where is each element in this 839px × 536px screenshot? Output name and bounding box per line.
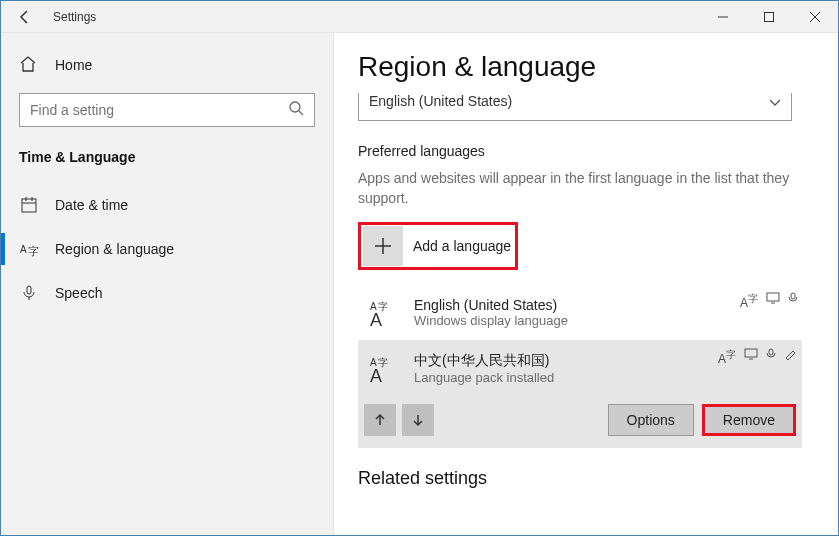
- svg-text:A: A: [370, 310, 382, 328]
- language-controls: Options Remove: [358, 396, 802, 448]
- options-button[interactable]: Options: [608, 404, 694, 436]
- language-sub: Language pack installed: [414, 370, 554, 385]
- maximize-button[interactable]: [746, 1, 792, 33]
- svg-rect-19: [791, 293, 795, 299]
- move-down-button[interactable]: [402, 404, 434, 436]
- home-icon: [19, 55, 39, 76]
- svg-line-3: [299, 111, 303, 115]
- speech-icon: [766, 348, 776, 366]
- related-settings-heading: Related settings: [358, 468, 810, 489]
- text-to-speech-icon: A字: [718, 348, 736, 366]
- language-name: English (United States): [414, 297, 568, 313]
- dropdown-value: English (United States): [369, 93, 512, 109]
- search-icon: [288, 100, 304, 120]
- close-button[interactable]: [792, 1, 838, 33]
- remove-button[interactable]: Remove: [702, 404, 796, 436]
- svg-rect-4: [22, 199, 36, 212]
- feature-icons: A字: [740, 292, 798, 310]
- section-title: Time & Language: [19, 149, 315, 165]
- home-label: Home: [55, 57, 92, 73]
- svg-rect-25: [769, 349, 773, 355]
- back-button[interactable]: [1, 9, 49, 25]
- microphone-icon: [19, 284, 39, 302]
- handwriting-icon: [784, 348, 798, 366]
- home-nav[interactable]: Home: [19, 47, 315, 83]
- svg-text:A: A: [20, 244, 27, 255]
- preferred-heading: Preferred languages: [358, 143, 810, 159]
- nav-speech[interactable]: Speech: [19, 271, 315, 315]
- titlebar: Settings: [1, 1, 838, 33]
- svg-rect-17: [767, 293, 779, 301]
- search-box[interactable]: [19, 93, 315, 127]
- language-glyph-icon: A字A: [364, 348, 404, 388]
- nav-label: Speech: [55, 285, 102, 301]
- display-language-dropdown[interactable]: English (United States): [358, 93, 792, 121]
- display-icon: [766, 292, 780, 310]
- sidebar: Home Time & Language Date & time A字 Regi…: [1, 33, 334, 535]
- language-item-chinese[interactable]: A字A 中文(中华人民共和国) Language pack installed …: [358, 340, 802, 396]
- page-heading: Region & language: [358, 51, 810, 83]
- svg-rect-10: [27, 286, 31, 294]
- move-up-button[interactable]: [364, 404, 396, 436]
- search-input[interactable]: [30, 102, 288, 118]
- svg-text:A: A: [370, 366, 382, 384]
- language-glyph-icon: A字A: [364, 292, 404, 332]
- text-to-speech-icon: A字: [740, 292, 758, 310]
- nav-region-language[interactable]: A字 Region & language: [19, 227, 315, 271]
- add-language-label: Add a language: [413, 238, 511, 254]
- svg-text:字: 字: [28, 245, 38, 257]
- plus-icon: [363, 226, 403, 266]
- main: Home Time & Language Date & time A字 Regi…: [1, 33, 838, 535]
- language-sub: Windows display language: [414, 313, 568, 328]
- display-icon: [744, 348, 758, 366]
- chevron-down-icon: [769, 97, 781, 109]
- preferred-desc: Apps and websites will appear in the fir…: [358, 169, 802, 208]
- svg-rect-23: [745, 349, 757, 357]
- feature-icons: A字: [718, 348, 798, 366]
- content: Region & language English (United States…: [334, 33, 838, 535]
- window-title: Settings: [53, 10, 96, 24]
- svg-point-2: [290, 102, 300, 112]
- speech-icon: [788, 292, 798, 310]
- svg-rect-1: [765, 13, 774, 22]
- language-name: 中文(中华人民共和国): [414, 352, 554, 370]
- minimize-button[interactable]: [700, 1, 746, 33]
- language-item-english[interactable]: A字A English (United States) Windows disp…: [358, 284, 802, 340]
- add-language-button[interactable]: Add a language: [358, 222, 518, 270]
- language-icon: A字: [19, 240, 39, 258]
- nav-label: Date & time: [55, 197, 128, 213]
- nav-label: Region & language: [55, 241, 174, 257]
- calendar-icon: [19, 196, 39, 214]
- nav-date-time[interactable]: Date & time: [19, 183, 315, 227]
